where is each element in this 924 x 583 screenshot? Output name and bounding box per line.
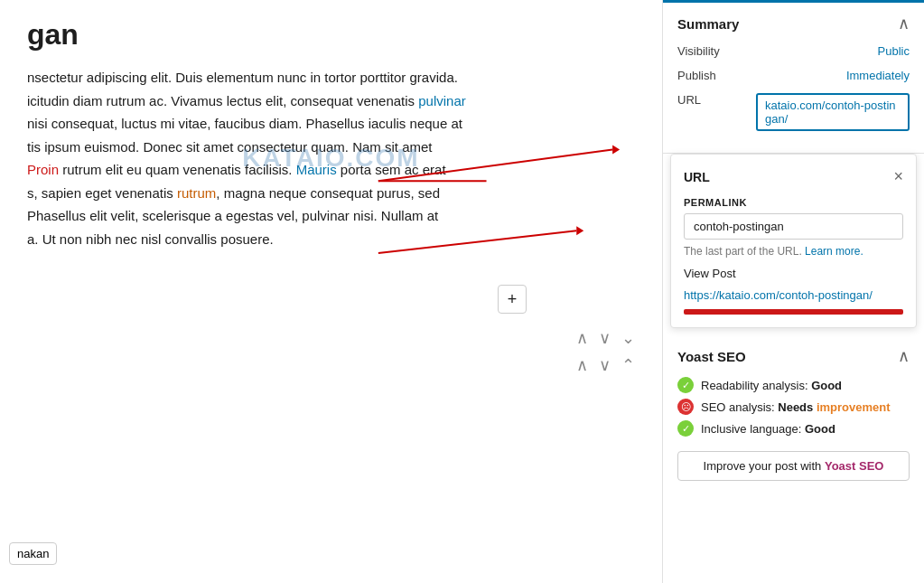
summary-panel-header: Summary ∧: [677, 14, 910, 33]
summary-publish-row: Publish Immediately: [677, 69, 910, 82]
url-popup-header: URL ×: [684, 167, 903, 186]
url-label: URL: [677, 93, 741, 107]
summary-url-row: URL kataio.com/contoh-postingan/: [677, 93, 910, 131]
more-options-icon[interactable]: ⌄: [621, 328, 635, 348]
full-url-link[interactable]: https://kataio.com/contoh-postingan/: [684, 288, 873, 302]
yoast-inclusive-icon: ✓: [677, 420, 694, 437]
visibility-label: Visibility: [677, 44, 741, 58]
yoast-toggle-icon[interactable]: ∧: [898, 346, 910, 366]
url-hint: The last part of the URL. Learn more.: [684, 245, 903, 258]
more-options-icon-2[interactable]: ⌃: [621, 355, 635, 375]
permalink-input[interactable]: [684, 213, 903, 240]
yoast-readability-status: Good: [811, 379, 842, 392]
url-popup-panel: URL × PERMALINK The last part of the URL…: [670, 154, 917, 328]
sidebar: Summary ∧ Visibility Public Publish Imme…: [662, 0, 924, 583]
url-close-icon[interactable]: ×: [893, 167, 903, 186]
url-error-bar: [684, 309, 903, 315]
view-post-link[interactable]: View Post: [684, 267, 903, 280]
move-down-icon-2[interactable]: ∨: [599, 355, 611, 375]
yoast-panel-header: Yoast SEO ∧: [677, 346, 910, 366]
summary-visibility-row: Visibility Public: [677, 44, 910, 58]
bottom-button[interactable]: nakan: [9, 542, 57, 565]
toolbar-row-2: ∧ ∨ ⌃: [27, 355, 635, 375]
yoast-inclusive-status: Good: [805, 422, 835, 436]
publish-value[interactable]: Immediately: [846, 69, 910, 82]
publish-label: Publish: [677, 69, 741, 82]
summary-title: Summary: [677, 16, 739, 32]
yoast-title: Yoast SEO: [677, 349, 746, 364]
summary-panel: Summary ∧ Visibility Public Publish Imme…: [663, 3, 924, 154]
learn-more-link[interactable]: Learn more.: [805, 245, 863, 258]
summary-toggle-icon[interactable]: ∧: [898, 14, 910, 33]
move-down-icon[interactable]: ∨: [599, 328, 611, 348]
yoast-seo-extra: improvement: [817, 400, 891, 414]
move-up-icon[interactable]: ∧: [576, 328, 588, 348]
improve-btn-text: Improve your post with: [704, 459, 825, 473]
yoast-seo-item: ☹ SEO analysis: Needs improvement: [677, 399, 910, 415]
main-content-area: gan nsectetur adipiscing elit. Duis elem…: [0, 0, 662, 583]
yoast-seo-status: Needs: [778, 400, 813, 414]
yoast-readability-item: ✓ Readability analysis: Good: [677, 377, 910, 393]
toolbar-row-1: ∧ ∨ ⌄: [27, 328, 635, 348]
improve-button[interactable]: Improve your post with Yoast SEO: [677, 451, 910, 481]
yoast-seo-icon: ☹: [677, 399, 694, 415]
yoast-panel: Yoast SEO ∧ ✓ Readability analysis: Good…: [663, 335, 924, 492]
add-block-button[interactable]: +: [498, 285, 527, 314]
post-body: nsectetur adipiscing elit. Duis elementu…: [27, 66, 635, 250]
improve-btn-brand: Yoast SEO: [825, 459, 884, 473]
move-up-icon-2[interactable]: ∧: [576, 355, 588, 375]
yoast-readability-icon: ✓: [677, 377, 694, 393]
visibility-value[interactable]: Public: [878, 44, 910, 58]
yoast-inclusive-item: ✓ Inclusive language: Good: [677, 420, 910, 437]
url-value-box[interactable]: kataio.com/contoh-postingan/: [756, 93, 910, 131]
post-title: gan: [27, 18, 635, 52]
permalink-label: PERMALINK: [684, 197, 903, 208]
url-popup-title: URL: [684, 170, 710, 184]
